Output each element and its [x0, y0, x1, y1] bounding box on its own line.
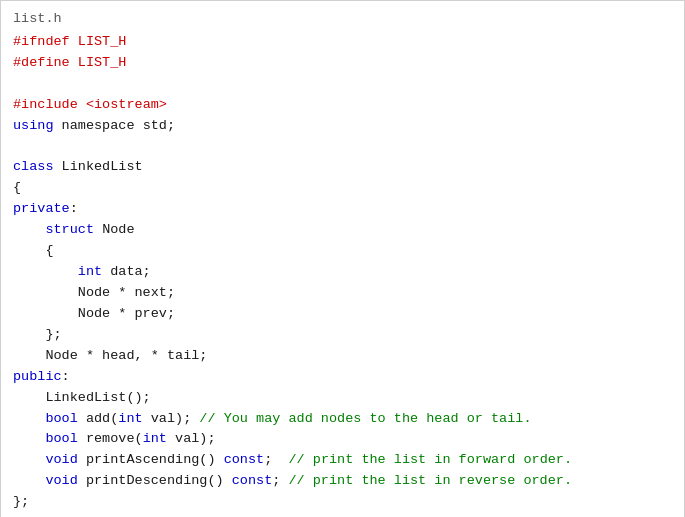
- token: :: [62, 369, 70, 384]
- token: val);: [151, 411, 200, 426]
- token: [13, 264, 78, 279]
- token: Node: [102, 222, 134, 237]
- token: [13, 411, 45, 426]
- token: add(: [86, 411, 118, 426]
- token: void: [45, 473, 86, 488]
- token: Node * prev;: [13, 306, 175, 321]
- token: namespace: [62, 118, 143, 133]
- token: {: [13, 243, 54, 258]
- code-line: #ifndef LIST_H: [13, 32, 672, 53]
- blank-line: [13, 74, 672, 95]
- token: LIST_H: [78, 34, 127, 49]
- token: LinkedList: [62, 159, 143, 174]
- code-line: public:: [13, 367, 672, 388]
- code-line: private:: [13, 199, 672, 220]
- code-line: struct Node: [13, 220, 672, 241]
- token: remove(: [86, 431, 143, 446]
- code-line: };: [13, 492, 672, 513]
- token: [13, 431, 45, 446]
- token: ;: [272, 473, 288, 488]
- filename-label: list.h: [13, 9, 672, 30]
- token: int: [143, 431, 175, 446]
- blank-line: [13, 513, 672, 517]
- code-line: Node * head, * tail;: [13, 346, 672, 367]
- token: // You may add nodes to the head or tail…: [199, 411, 531, 426]
- token: [13, 452, 45, 467]
- token: printAscending(): [86, 452, 224, 467]
- code-line: Node * prev;: [13, 304, 672, 325]
- code-line: bool add(int val); // You may add nodes …: [13, 409, 672, 430]
- token: };: [13, 327, 62, 342]
- code-line: {: [13, 178, 672, 199]
- code-line: {: [13, 241, 672, 262]
- token: LinkedList();: [13, 390, 151, 405]
- token: int: [118, 411, 150, 426]
- code-line: Node * next;: [13, 283, 672, 304]
- token: std: [143, 118, 167, 133]
- token: ;: [167, 118, 175, 133]
- token: class: [13, 159, 62, 174]
- token: {: [13, 180, 21, 195]
- token: const: [224, 452, 265, 467]
- token: bool: [45, 411, 86, 426]
- code-line: using namespace std;: [13, 116, 672, 137]
- token: #ifndef: [13, 34, 78, 49]
- token: LIST_H: [78, 55, 127, 70]
- code-line: class LinkedList: [13, 157, 672, 178]
- code-line: int data;: [13, 262, 672, 283]
- token: struct: [13, 222, 102, 237]
- token: ;: [264, 452, 288, 467]
- code-editor: list.h #ifndef LIST_H#define LIST_H#incl…: [0, 0, 685, 517]
- code-line: };: [13, 325, 672, 346]
- code-line: void printAscending() const; // print th…: [13, 450, 672, 471]
- token: val);: [175, 431, 216, 446]
- token: #include: [13, 97, 86, 112]
- token: const: [232, 473, 273, 488]
- token: data;: [110, 264, 151, 279]
- code-line: #include <iostream>: [13, 95, 672, 116]
- token: Node * next;: [13, 285, 175, 300]
- code-line: void printDescending() const; // print t…: [13, 471, 672, 492]
- blank-line: [13, 137, 672, 158]
- code-content: #ifndef LIST_H#define LIST_H#include <io…: [13, 32, 672, 517]
- token: };: [13, 494, 29, 509]
- token: // print the list in reverse order.: [288, 473, 572, 488]
- token: <iostream>: [86, 97, 167, 112]
- token: :: [70, 201, 78, 216]
- token: public: [13, 369, 62, 384]
- token: private: [13, 201, 70, 216]
- token: Node * head, * tail;: [13, 348, 207, 363]
- token: printDescending(): [86, 473, 232, 488]
- token: // print the list in forward order.: [288, 452, 572, 467]
- token: [13, 473, 45, 488]
- code-line: LinkedList();: [13, 388, 672, 409]
- token: int: [78, 264, 110, 279]
- code-line: #define LIST_H: [13, 53, 672, 74]
- token: bool: [45, 431, 86, 446]
- token: #define: [13, 55, 78, 70]
- token: using: [13, 118, 62, 133]
- token: void: [45, 452, 86, 467]
- code-line: bool remove(int val);: [13, 429, 672, 450]
